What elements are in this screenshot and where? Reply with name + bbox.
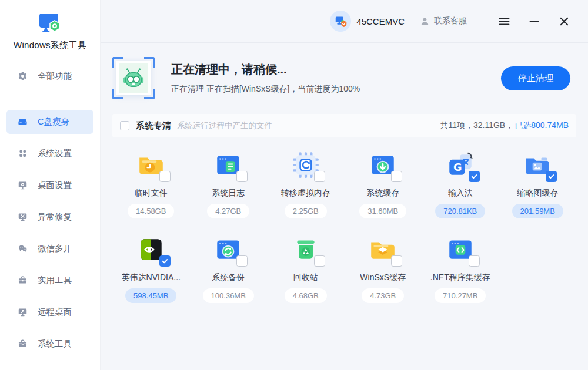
item-size-badge: 710.27MB xyxy=(435,288,486,303)
folder-image-icon xyxy=(523,150,552,180)
item-checkbox[interactable] xyxy=(159,255,171,267)
toolbox-icon xyxy=(18,275,28,285)
robot-scan-icon xyxy=(112,57,155,99)
clean-item[interactable]: G输入法720.81KB xyxy=(422,150,499,218)
item-size-badge: 14.58GB xyxy=(128,204,174,218)
minimize-icon xyxy=(528,15,540,28)
content-area: 正在清理中，请稍候... 正在清理 正在扫描[WinSxS缓存]，当前进度为10… xyxy=(101,43,588,303)
sidebar-item[interactable]: 桌面设置 xyxy=(6,173,93,197)
sidebar-menu: 全部功能C盘瘦身系统设置桌面设置异常修复微信多开实用工具远程桌面系统工具 xyxy=(0,64,100,364)
minimize-button[interactable] xyxy=(526,13,543,30)
contact-support-button[interactable]: 联系客服 xyxy=(420,16,467,26)
item-size-badge: 720.81KB xyxy=(435,204,485,218)
item-checkbox[interactable] xyxy=(314,171,325,182)
person-icon xyxy=(420,16,430,26)
sidebar-item[interactable]: 全部功能 xyxy=(6,64,93,88)
sidebar-item[interactable]: 微信多开 xyxy=(6,237,93,261)
sidebar-item-label: C盘瘦身 xyxy=(38,116,69,127)
nvidia-icon xyxy=(136,235,166,264)
item-label: .NET程序集缓存 xyxy=(430,273,490,283)
menu-button[interactable] xyxy=(496,13,513,30)
window-code-icon xyxy=(446,235,475,264)
clean-item[interactable]: 系统缓存31.60MB xyxy=(345,150,422,218)
sidebar-item[interactable]: 系统工具 xyxy=(6,332,93,356)
item-size-badge: 4.73GB xyxy=(362,288,404,303)
item-checkbox[interactable] xyxy=(469,171,480,182)
item-checkbox[interactable] xyxy=(159,171,171,182)
sidebar-item-label: 系统工具 xyxy=(38,338,72,349)
item-checkbox[interactable] xyxy=(391,255,402,267)
select-all-checkbox[interactable] xyxy=(120,121,129,130)
topbar: 45CCEMVC 联系客服 xyxy=(101,0,588,43)
section-subtitle: 系统运行过程中产生的文件 xyxy=(177,120,272,131)
cleaning-title: 正在清理中，请稍候... xyxy=(171,62,360,78)
remote-desktop-icon xyxy=(18,307,28,317)
item-size-badge: 31.60MB xyxy=(359,204,406,218)
sidebar-item[interactable]: 远程桌面 xyxy=(6,300,93,324)
sidebar-item[interactable]: 异常修复 xyxy=(6,205,93,229)
sidebar-item-label: 系统设置 xyxy=(38,148,72,159)
item-checkbox[interactable] xyxy=(546,171,557,182)
window-log-icon xyxy=(213,150,243,180)
sidebar-item[interactable]: C盘瘦身 xyxy=(6,110,93,134)
clean-item[interactable]: WinSxS缓存4.73GB xyxy=(345,235,422,303)
translate-icon: G xyxy=(446,150,475,180)
item-label: 英伟达NVIDIA... xyxy=(122,273,181,283)
item-label: 输入法 xyxy=(448,188,473,199)
stop-cleaning-button[interactable]: 停止清理 xyxy=(501,66,570,90)
app-title: Windows系统工具 xyxy=(0,40,100,51)
grid-icon xyxy=(18,149,28,159)
sidebar-item[interactable]: 实用工具 xyxy=(6,268,93,292)
chip-refresh-icon xyxy=(291,150,320,180)
clean-item[interactable]: 英伟达NVIDIA...598.45MB xyxy=(112,235,190,303)
item-size-badge: 100.36MB xyxy=(203,288,254,303)
clean-item[interactable]: 系统备份100.36MB xyxy=(190,235,268,303)
sidebar-item-label: 全部功能 xyxy=(38,70,72,82)
item-checkbox[interactable] xyxy=(236,171,248,182)
clean-item[interactable]: 系统日志4.27GB xyxy=(190,150,268,218)
sidebar-item[interactable]: 系统设置 xyxy=(6,142,93,166)
clean-item[interactable]: 缩略图缓存201.59MB xyxy=(499,150,577,218)
item-size-badge: 2.25GB xyxy=(285,204,327,218)
section-header: 系统专清 系统运行过程中产生的文件 共11项，32.11GB， 已选800.74… xyxy=(112,114,576,137)
item-label: 转移虚拟内存 xyxy=(281,188,330,199)
item-label: WinSxS缓存 xyxy=(360,273,406,283)
item-checkbox[interactable] xyxy=(391,171,402,182)
wechat-icon xyxy=(18,244,28,254)
recycle-bin-icon xyxy=(291,235,320,264)
account-badge[interactable]: 45CCEMVC xyxy=(330,11,405,32)
close-button[interactable] xyxy=(556,13,573,30)
item-label: 临时文件 xyxy=(135,188,168,199)
item-label: 系统日志 xyxy=(212,188,245,199)
app-logo-icon xyxy=(37,12,63,37)
item-checkbox[interactable] xyxy=(469,255,480,267)
clean-item[interactable]: .NET程序集缓存710.27MB xyxy=(422,235,499,303)
item-size-badge: 201.59MB xyxy=(512,204,563,218)
sidebar-item-label: 远程桌面 xyxy=(38,307,72,318)
briefcase-icon xyxy=(18,339,28,349)
clean-items-grid: 临时文件14.58GB系统日志4.27GB转移虚拟内存2.25GB系统缓存31.… xyxy=(112,150,576,303)
sidebar-item-label: 实用工具 xyxy=(38,275,72,286)
gear-icon xyxy=(18,71,28,81)
clean-item[interactable]: 转移虚拟内存2.25GB xyxy=(267,150,345,218)
window-download-icon xyxy=(368,150,397,180)
clean-item[interactable]: 回收站4.68GB xyxy=(267,235,345,303)
clean-item[interactable]: 临时文件14.58GB xyxy=(112,150,190,218)
hamburger-icon xyxy=(498,15,510,28)
item-label: 回收站 xyxy=(293,273,318,283)
window-sync-icon xyxy=(213,235,243,264)
selected-size: 已选800.74MB xyxy=(514,120,569,131)
item-label: 系统缓存 xyxy=(366,188,399,199)
cleaning-header: 正在清理中，请稍候... 正在清理 正在扫描[WinSxS缓存]，当前进度为10… xyxy=(112,57,576,99)
item-checkbox[interactable] xyxy=(236,255,248,267)
sidebar-item-label: 微信多开 xyxy=(38,243,72,254)
item-checkbox[interactable] xyxy=(314,255,325,267)
item-label: 缩略图缓存 xyxy=(517,188,558,199)
folder-layers-icon xyxy=(368,235,397,264)
item-size-badge: 598.45MB xyxy=(125,288,176,303)
svg-text:G: G xyxy=(453,162,462,173)
sidebar-item-label: 桌面设置 xyxy=(38,180,72,191)
topbar-divider xyxy=(480,16,480,26)
sidebar-item-label: 异常修复 xyxy=(38,211,72,223)
folder-clock-icon xyxy=(136,150,166,180)
